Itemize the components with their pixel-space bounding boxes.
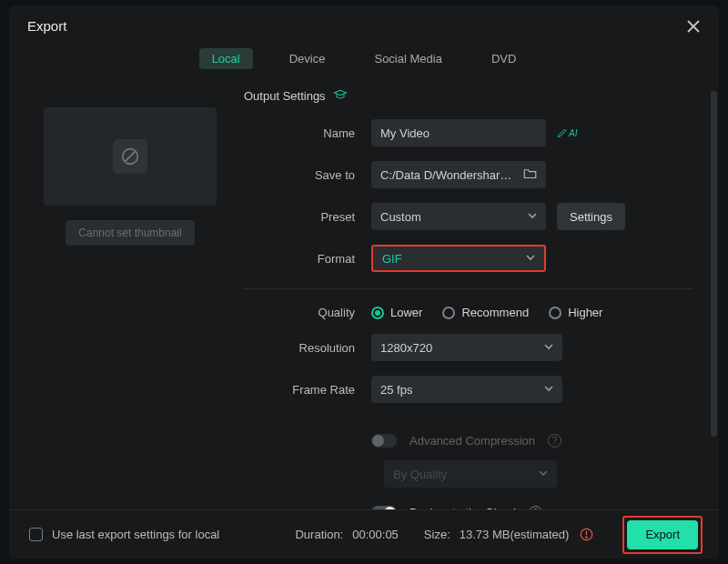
divider	[244, 288, 693, 289]
titlebar: Export	[9, 5, 719, 39]
row-name: Name My Video AI	[244, 119, 693, 146]
backup-cloud-toggle[interactable]	[371, 506, 397, 509]
quality-higher[interactable]: Higher	[549, 306, 602, 319]
backup-cloud-label: Backup to the Cloud	[410, 506, 516, 509]
svg-line-3	[126, 152, 136, 162]
by-quality-dropdown: By Quality	[384, 460, 557, 488]
size-value: 13.73 MB(estimated)	[460, 528, 570, 541]
warning-icon[interactable]	[580, 528, 593, 541]
folder-icon[interactable]	[523, 167, 537, 182]
use-last-settings-label: Use last export settings for local	[52, 528, 219, 541]
preset-dropdown[interactable]: Custom	[371, 203, 546, 230]
output-settings-label: Output Settings	[244, 89, 326, 103]
scrollbar[interactable]	[711, 91, 717, 437]
help-icon[interactable]: ?	[529, 506, 542, 509]
resolution-dropdown[interactable]: 1280x720	[371, 334, 562, 361]
advanced-compression-label: Advanced Compression	[410, 434, 535, 448]
row-quality: Quality Lower Recommend Higher	[244, 306, 693, 319]
label-preset: Preset	[244, 210, 371, 224]
size-label: Size:	[424, 528, 450, 541]
quality-recommend[interactable]: Recommend	[442, 306, 529, 319]
export-button[interactable]: Export	[627, 520, 698, 549]
chevron-down-icon	[544, 339, 553, 353]
tab-local[interactable]: Local	[199, 48, 253, 69]
saveto-input[interactable]: C:/Data D/Wondershare Filmo	[371, 161, 546, 188]
label-framerate: Frame Rate	[244, 383, 371, 397]
svg-point-6	[586, 537, 587, 538]
dialog-body: Cannot set thumbnail Output Settings Nam…	[9, 82, 719, 509]
quality-lower[interactable]: Lower	[371, 306, 422, 319]
label-saveto: Save to	[244, 168, 371, 182]
tab-dvd[interactable]: DVD	[479, 48, 529, 69]
label-quality: Quality	[244, 306, 371, 319]
label-resolution: Resolution	[244, 341, 371, 355]
radio-dot-icon	[442, 307, 455, 319]
use-last-settings-checkbox[interactable]	[29, 528, 43, 541]
duration-label: Duration:	[295, 528, 343, 541]
tab-social-media[interactable]: Social Media	[361, 48, 454, 69]
row-format: Format GIF	[244, 245, 693, 272]
footer: Use last export settings for local Durat…	[9, 509, 719, 559]
chevron-down-icon	[544, 381, 553, 395]
settings-button[interactable]: Settings	[557, 203, 625, 230]
label-name: Name	[244, 126, 371, 140]
row-preset: Preset Custom Settings	[244, 203, 693, 230]
radio-dot-icon	[371, 307, 384, 319]
thumbnail-preview	[44, 107, 217, 206]
row-backup-cloud: Backup to the Cloud ?	[244, 506, 693, 509]
no-thumbnail-icon	[113, 139, 147, 174]
row-advanced-compression: Advanced Compression ?	[244, 434, 693, 448]
help-icon[interactable]: ?	[548, 434, 561, 448]
close-icon[interactable]	[686, 19, 701, 34]
export-button-highlight: Export	[622, 516, 703, 554]
radio-dot-icon	[549, 307, 561, 319]
ai-rename-icon[interactable]: AI	[557, 127, 577, 138]
cannot-set-thumbnail-button: Cannot set thumbnail	[66, 220, 194, 246]
name-input[interactable]: My Video	[371, 119, 546, 146]
format-dropdown[interactable]: GIF	[371, 245, 546, 272]
thumbnail-column: Cannot set thumbnail	[35, 82, 226, 509]
quality-radios: Lower Recommend Higher	[371, 306, 602, 319]
chevron-down-icon	[526, 250, 535, 264]
export-dialog: Export Local Device Social Media DVD Can…	[9, 5, 719, 559]
chevron-down-icon	[539, 466, 548, 479]
output-settings-header: Output Settings	[244, 89, 693, 103]
graduation-cap-icon[interactable]	[333, 89, 348, 103]
tab-device[interactable]: Device	[277, 48, 339, 69]
row-framerate: Frame Rate 25 fps	[244, 376, 693, 403]
dialog-title: Export	[27, 18, 66, 34]
duration-value: 00:00:05	[352, 528, 399, 541]
row-saveto: Save to C:/Data D/Wondershare Filmo	[244, 161, 693, 188]
export-tabs: Local Device Social Media DVD	[9, 39, 719, 82]
settings-column: Output Settings Name My Video AI Save to…	[244, 82, 703, 509]
advanced-compression-toggle	[371, 434, 397, 448]
chevron-down-icon	[528, 208, 537, 222]
label-format: Format	[244, 252, 371, 266]
framerate-dropdown[interactable]: 25 fps	[371, 376, 562, 403]
row-resolution: Resolution 1280x720	[244, 334, 693, 361]
